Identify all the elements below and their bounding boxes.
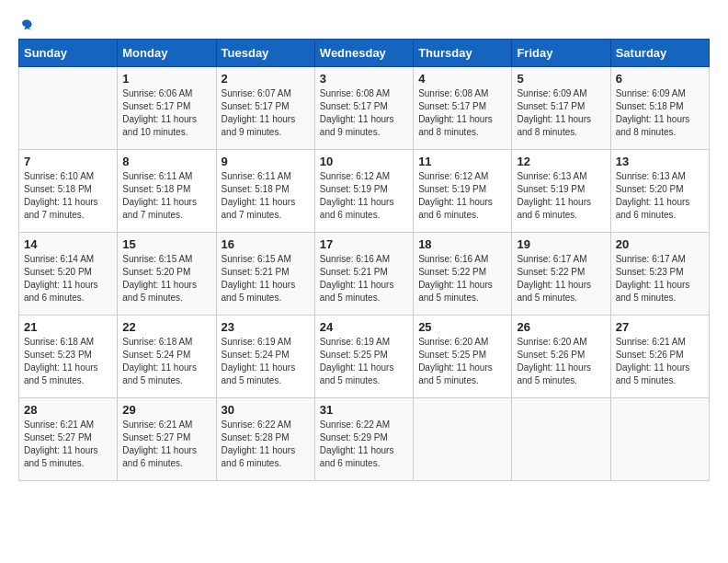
weekday-header-row: SundayMondayTuesdayWednesdayThursdayFrid… xyxy=(19,40,710,67)
calendar-cell: 27Sunrise: 6:21 AM Sunset: 5:26 PM Dayli… xyxy=(610,316,709,398)
day-info: Sunrise: 6:16 AM Sunset: 5:21 PM Dayligh… xyxy=(320,253,408,304)
calendar-cell: 6Sunrise: 6:09 AM Sunset: 5:18 PM Daylig… xyxy=(610,67,709,150)
day-number: 8 xyxy=(122,155,210,168)
day-info: Sunrise: 6:17 AM Sunset: 5:22 PM Dayligh… xyxy=(517,253,605,304)
calendar-table: SundayMondayTuesdayWednesdayThursdayFrid… xyxy=(18,39,710,481)
calendar-cell: 29Sunrise: 6:21 AM Sunset: 5:27 PM Dayli… xyxy=(118,398,216,481)
day-info: Sunrise: 6:20 AM Sunset: 5:25 PM Dayligh… xyxy=(418,336,506,387)
logo-bird-icon xyxy=(20,18,33,31)
day-info: Sunrise: 6:20 AM Sunset: 5:26 PM Dayligh… xyxy=(517,336,605,387)
day-info: Sunrise: 6:09 AM Sunset: 5:18 PM Dayligh… xyxy=(616,87,704,139)
calendar-week-row: 7Sunrise: 6:10 AM Sunset: 5:18 PM Daylig… xyxy=(19,150,710,233)
calendar-week-row: 28Sunrise: 6:21 AM Sunset: 5:27 PM Dayli… xyxy=(19,398,710,481)
day-number: 21 xyxy=(24,320,112,334)
day-info: Sunrise: 6:15 AM Sunset: 5:21 PM Dayligh… xyxy=(222,253,310,304)
calendar-cell: 10Sunrise: 6:12 AM Sunset: 5:19 PM Dayli… xyxy=(314,150,413,233)
calendar-cell xyxy=(19,67,118,150)
calendar-cell: 18Sunrise: 6:16 AM Sunset: 5:22 PM Dayli… xyxy=(414,233,512,316)
day-info: Sunrise: 6:16 AM Sunset: 5:22 PM Dayligh… xyxy=(418,253,506,304)
header xyxy=(18,18,710,31)
day-number: 15 xyxy=(122,237,210,251)
calendar-cell: 17Sunrise: 6:16 AM Sunset: 5:21 PM Dayli… xyxy=(314,233,413,316)
day-info: Sunrise: 6:22 AM Sunset: 5:28 PM Dayligh… xyxy=(222,419,310,470)
day-number: 7 xyxy=(24,155,112,168)
weekday-header-saturday: Saturday xyxy=(610,40,709,67)
day-info: Sunrise: 6:11 AM Sunset: 5:18 PM Dayligh… xyxy=(122,170,210,222)
weekday-header-monday: Monday xyxy=(118,40,216,67)
calendar-cell xyxy=(512,398,610,481)
day-info: Sunrise: 6:21 AM Sunset: 5:27 PM Dayligh… xyxy=(122,419,210,470)
day-number: 5 xyxy=(517,72,605,86)
logo xyxy=(18,18,33,31)
calendar-cell: 25Sunrise: 6:20 AM Sunset: 5:25 PM Dayli… xyxy=(414,316,512,398)
day-number: 20 xyxy=(616,237,704,251)
calendar-cell: 12Sunrise: 6:13 AM Sunset: 5:19 PM Dayli… xyxy=(512,150,610,233)
day-info: Sunrise: 6:18 AM Sunset: 5:24 PM Dayligh… xyxy=(122,336,210,387)
weekday-header-friday: Friday xyxy=(512,40,610,67)
day-number: 26 xyxy=(517,320,605,334)
calendar-cell: 8Sunrise: 6:11 AM Sunset: 5:18 PM Daylig… xyxy=(118,150,216,233)
day-info: Sunrise: 6:10 AM Sunset: 5:18 PM Dayligh… xyxy=(24,170,112,222)
day-number: 31 xyxy=(320,403,408,417)
day-number: 23 xyxy=(222,320,310,334)
day-info: Sunrise: 6:08 AM Sunset: 5:17 PM Dayligh… xyxy=(320,87,408,139)
calendar-cell: 15Sunrise: 6:15 AM Sunset: 5:20 PM Dayli… xyxy=(118,233,216,316)
calendar-header: SundayMondayTuesdayWednesdayThursdayFrid… xyxy=(19,40,710,67)
day-info: Sunrise: 6:22 AM Sunset: 5:29 PM Dayligh… xyxy=(320,419,408,470)
weekday-header-wednesday: Wednesday xyxy=(314,40,413,67)
calendar-cell: 19Sunrise: 6:17 AM Sunset: 5:22 PM Dayli… xyxy=(512,233,610,316)
calendar-cell: 23Sunrise: 6:19 AM Sunset: 5:24 PM Dayli… xyxy=(216,316,314,398)
day-number: 12 xyxy=(517,155,605,168)
day-info: Sunrise: 6:21 AM Sunset: 5:27 PM Dayligh… xyxy=(24,419,112,470)
calendar-cell: 24Sunrise: 6:19 AM Sunset: 5:25 PM Dayli… xyxy=(314,316,413,398)
day-number: 22 xyxy=(122,320,210,334)
day-info: Sunrise: 6:07 AM Sunset: 5:17 PM Dayligh… xyxy=(222,87,310,139)
day-info: Sunrise: 6:13 AM Sunset: 5:19 PM Dayligh… xyxy=(517,170,605,222)
calendar-cell: 9Sunrise: 6:11 AM Sunset: 5:18 PM Daylig… xyxy=(216,150,314,233)
day-number: 3 xyxy=(320,72,408,86)
calendar-cell: 28Sunrise: 6:21 AM Sunset: 5:27 PM Dayli… xyxy=(19,398,118,481)
day-number: 25 xyxy=(418,320,506,334)
calendar-cell xyxy=(414,398,512,481)
day-number: 18 xyxy=(418,237,506,251)
calendar-cell: 11Sunrise: 6:12 AM Sunset: 5:19 PM Dayli… xyxy=(414,150,512,233)
day-number: 4 xyxy=(418,72,506,86)
day-number: 2 xyxy=(222,72,310,86)
calendar-cell: 22Sunrise: 6:18 AM Sunset: 5:24 PM Dayli… xyxy=(118,316,216,398)
day-number: 14 xyxy=(24,237,112,251)
day-number: 19 xyxy=(517,237,605,251)
day-info: Sunrise: 6:19 AM Sunset: 5:25 PM Dayligh… xyxy=(320,336,408,387)
calendar-cell xyxy=(610,398,709,481)
day-info: Sunrise: 6:17 AM Sunset: 5:23 PM Dayligh… xyxy=(616,253,704,304)
calendar-cell: 4Sunrise: 6:08 AM Sunset: 5:17 PM Daylig… xyxy=(414,67,512,150)
calendar-cell: 3Sunrise: 6:08 AM Sunset: 5:17 PM Daylig… xyxy=(314,67,413,150)
day-info: Sunrise: 6:08 AM Sunset: 5:17 PM Dayligh… xyxy=(418,87,506,139)
calendar-week-row: 1Sunrise: 6:06 AM Sunset: 5:17 PM Daylig… xyxy=(19,67,710,150)
day-info: Sunrise: 6:21 AM Sunset: 5:26 PM Dayligh… xyxy=(616,336,704,387)
day-number: 30 xyxy=(222,403,310,417)
calendar-cell: 26Sunrise: 6:20 AM Sunset: 5:26 PM Dayli… xyxy=(512,316,610,398)
day-number: 17 xyxy=(320,237,408,251)
day-number: 10 xyxy=(320,155,408,168)
weekday-header-thursday: Thursday xyxy=(414,40,512,67)
day-number: 13 xyxy=(616,155,704,168)
calendar-cell: 21Sunrise: 6:18 AM Sunset: 5:23 PM Dayli… xyxy=(19,316,118,398)
calendar-cell: 14Sunrise: 6:14 AM Sunset: 5:20 PM Dayli… xyxy=(19,233,118,316)
calendar-week-row: 14Sunrise: 6:14 AM Sunset: 5:20 PM Dayli… xyxy=(19,233,710,316)
day-number: 6 xyxy=(616,72,704,86)
day-info: Sunrise: 6:13 AM Sunset: 5:20 PM Dayligh… xyxy=(616,170,704,222)
day-number: 24 xyxy=(320,320,408,334)
calendar-cell: 30Sunrise: 6:22 AM Sunset: 5:28 PM Dayli… xyxy=(216,398,314,481)
day-number: 9 xyxy=(222,155,310,168)
day-number: 28 xyxy=(24,403,112,417)
calendar-cell: 20Sunrise: 6:17 AM Sunset: 5:23 PM Dayli… xyxy=(610,233,709,316)
calendar-cell: 5Sunrise: 6:09 AM Sunset: 5:17 PM Daylig… xyxy=(512,67,610,150)
day-info: Sunrise: 6:15 AM Sunset: 5:20 PM Dayligh… xyxy=(122,253,210,304)
day-number: 27 xyxy=(616,320,704,334)
day-number: 16 xyxy=(222,237,310,251)
calendar-cell: 7Sunrise: 6:10 AM Sunset: 5:18 PM Daylig… xyxy=(19,150,118,233)
day-number: 1 xyxy=(122,72,210,86)
calendar-cell: 31Sunrise: 6:22 AM Sunset: 5:29 PM Dayli… xyxy=(314,398,413,481)
day-number: 29 xyxy=(122,403,210,417)
calendar-cell: 1Sunrise: 6:06 AM Sunset: 5:17 PM Daylig… xyxy=(118,67,216,150)
